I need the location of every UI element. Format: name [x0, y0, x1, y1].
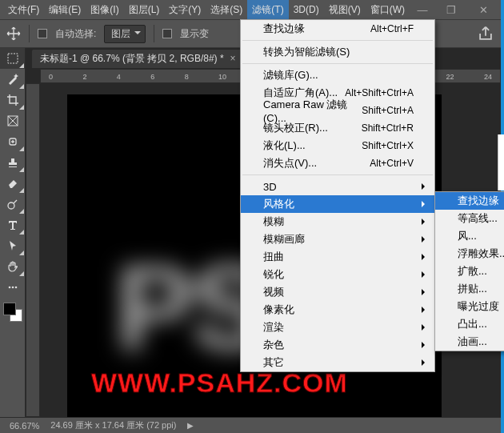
- ruler-tick: 8: [185, 73, 189, 82]
- ruler-tick: 10: [218, 73, 226, 82]
- tool-healing[interactable]: [0, 131, 25, 152]
- submenu-arrow-icon: [422, 236, 428, 243]
- window-maximize-button[interactable]: ❐: [437, 0, 466, 19]
- menu-image[interactable]: 图像(I): [86, 0, 123, 20]
- menu-layer[interactable]: 图层(L): [124, 0, 165, 20]
- menu-item-label: 风...: [458, 229, 477, 243]
- tool-hand[interactable]: [0, 256, 25, 277]
- tool-marquee[interactable]: [0, 48, 25, 69]
- submenu-arrow-icon: [422, 219, 428, 225]
- tool-stamp[interactable]: [0, 152, 25, 173]
- filter-liquify[interactable]: 液化(L)...Shift+Ctrl+X: [241, 137, 434, 154]
- submenu-arrow-icon: [422, 289, 428, 295]
- menu-filter[interactable]: 滤镜(T): [247, 0, 288, 20]
- filter-blur[interactable]: 模糊: [241, 213, 434, 231]
- menu-item-label: 扩散...: [458, 264, 487, 279]
- filter-lens-correction[interactable]: 镜头校正(R)...Shift+Ctrl+R: [241, 119, 434, 137]
- filter-render[interactable]: 渲染: [241, 319, 434, 336]
- menu-shortcut: Shift+Ctrl+A: [362, 105, 414, 116]
- tool-type[interactable]: [0, 214, 25, 235]
- filter-stylize[interactable]: 风格化: [241, 195, 434, 213]
- tool-frame[interactable]: [0, 110, 25, 131]
- document-dimensions: 24.69 厘米 x 17.64 厘米 (72 ppi): [50, 419, 176, 431]
- menu-view[interactable]: 视图(V): [324, 0, 366, 20]
- submenu-arrow-icon: [422, 271, 428, 278]
- tool-eraser[interactable]: [0, 173, 25, 194]
- svg-rect-0: [8, 54, 18, 63]
- stylize-find-edges[interactable]: 查找边缘: [435, 192, 504, 210]
- ruler-tick: 22: [446, 73, 454, 82]
- menu-item-label: 液化(L)...: [263, 138, 306, 153]
- auto-select-target-dropdown[interactable]: 图层: [104, 25, 146, 43]
- show-transform-checkbox[interactable]: [162, 29, 172, 38]
- document-tab-title: 未标题-1 @ 66.7% (背景 拷贝 2, RGB/8#) *: [40, 52, 224, 66]
- menu-3d[interactable]: 3D(D): [289, 1, 324, 18]
- filter-distort[interactable]: 扭曲: [241, 248, 434, 266]
- menu-file[interactable]: 文件(F): [3, 0, 44, 20]
- svg-point-3: [8, 202, 14, 209]
- stylize-oil-paint[interactable]: 油画...: [435, 333, 504, 351]
- stylize-trace-contour[interactable]: 等高线...: [435, 210, 504, 227]
- filter-camera-raw[interactable]: Camera Raw 滤镜(C)...Shift+Ctrl+A: [241, 102, 434, 119]
- menu-item-label: 查找边缘: [263, 22, 305, 36]
- menu-item-label: 视频: [263, 285, 284, 299]
- ruler-tick: 6: [150, 73, 154, 82]
- share-icon[interactable]: [477, 25, 494, 42]
- ruler-tick: 0: [49, 73, 53, 82]
- menu-item-label: 查找边缘: [458, 194, 499, 208]
- filter-vanishing-point[interactable]: 消失点(V)...Alt+Ctrl+V: [241, 154, 434, 172]
- show-transform-label: 显示变: [180, 27, 209, 41]
- filter-video[interactable]: 视频: [241, 283, 434, 301]
- tool-path-select[interactable]: [0, 235, 25, 256]
- menu-item-label: 模糊画廊: [263, 232, 305, 247]
- stylize-tiles[interactable]: 拼贴...: [435, 280, 504, 298]
- separator: [29, 25, 30, 42]
- tool-crop[interactable]: [0, 90, 25, 110]
- menu-separator: [242, 174, 433, 175]
- window-controls: — ❐ ✕: [408, 0, 501, 19]
- stylize-solarize[interactable]: 曝光过度: [435, 298, 504, 315]
- status-disclosure-icon[interactable]: ▶: [187, 421, 194, 430]
- zoom-level[interactable]: 66.67%: [10, 421, 39, 431]
- svg-point-4: [8, 287, 10, 289]
- stylize-emboss[interactable]: 浮雕效果...: [435, 245, 504, 263]
- menu-type[interactable]: 文字(Y): [164, 0, 206, 20]
- document-tab[interactable]: 未标题-1 @ 66.7% (背景 拷贝 2, RGB/8#) * ×: [32, 50, 244, 68]
- filter-gallery[interactable]: 滤镜库(G)...: [241, 66, 434, 84]
- menu-separator: [242, 63, 433, 64]
- app-window: 文件(F) 编辑(E) 图像(I) 图层(L) 文字(Y) 选择(S) 滤镜(T…: [0, 0, 501, 433]
- menu-item-label: 凸出...: [458, 317, 487, 331]
- filter-blur-gallery[interactable]: 模糊画廊: [241, 231, 434, 248]
- submenu-arrow-icon: [422, 342, 428, 348]
- submenu-arrow-icon: [422, 254, 428, 260]
- filter-noise[interactable]: 杂色: [241, 336, 434, 354]
- stylize-diffuse[interactable]: 扩散...: [435, 263, 504, 280]
- auto-select-checkbox[interactable]: [38, 29, 47, 38]
- close-tab-icon[interactable]: ×: [230, 53, 236, 64]
- filter-pixelate[interactable]: 像素化: [241, 301, 434, 319]
- tool-magic-wand[interactable]: [0, 69, 25, 90]
- menu-item-label: 模糊: [263, 214, 284, 229]
- tool-more[interactable]: [0, 277, 25, 298]
- filter-other[interactable]: 其它: [241, 354, 434, 371]
- menu-window[interactable]: 窗口(W): [366, 0, 410, 20]
- filter-last[interactable]: 查找边缘 Alt+Ctrl+F: [241, 20, 434, 38]
- tool-dodge[interactable]: [0, 194, 25, 214]
- auto-select-label: 自动选择:: [55, 27, 96, 41]
- menu-item-label: 扭曲: [263, 250, 284, 264]
- menu-item-label: 其它: [263, 355, 284, 370]
- foreground-color-swatch[interactable]: [3, 303, 16, 315]
- menu-edit[interactable]: 编辑(E): [44, 0, 86, 20]
- menu-select[interactable]: 选择(S): [206, 0, 247, 20]
- color-swatches[interactable]: [0, 301, 25, 323]
- menu-shortcut: Shift+Ctrl+R: [362, 122, 414, 134]
- ruler-vertical: [26, 83, 40, 417]
- stylize-extrude[interactable]: 凸出...: [435, 315, 504, 333]
- filter-3d[interactable]: 3D: [241, 178, 434, 195]
- filter-sharpen[interactable]: 锐化: [241, 266, 434, 283]
- stylize-wind[interactable]: 风...: [435, 227, 504, 245]
- filter-convert-smart[interactable]: 转换为智能滤镜(S): [241, 43, 434, 61]
- window-close-button[interactable]: ✕: [466, 0, 501, 19]
- window-minimize-button[interactable]: —: [408, 0, 437, 19]
- menu-item-label: 渲染: [263, 320, 284, 335]
